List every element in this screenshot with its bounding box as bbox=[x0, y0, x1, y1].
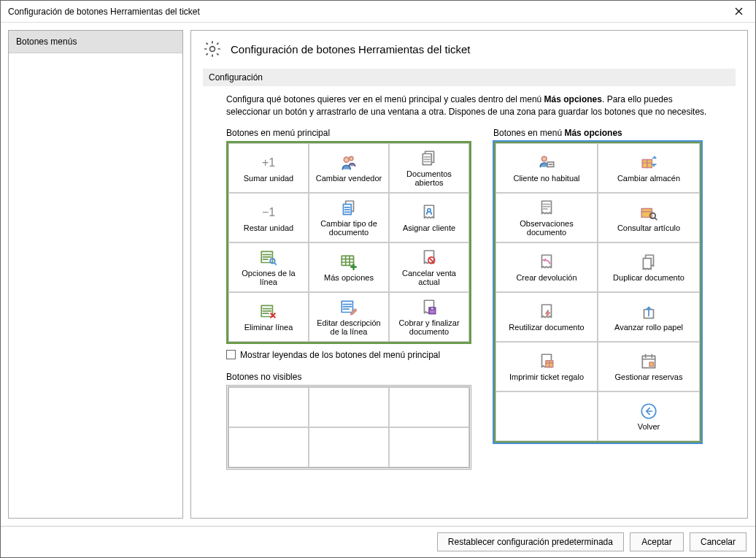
main-button-grid: +1Sumar unidadCambiar vendedorDocumentos… bbox=[226, 141, 471, 344]
show-legends-row[interactable]: Mostrar leyendas de los botones del menú… bbox=[226, 350, 471, 360]
close-icon bbox=[735, 7, 743, 15]
show-legends-label: Mostrar leyendas de los botones del menú… bbox=[240, 350, 440, 360]
paper-up-icon bbox=[639, 302, 658, 321]
tool-button-label: Avanzar rollo papel bbox=[614, 323, 683, 332]
tool-button-label: Imprimir ticket regalo bbox=[509, 372, 584, 381]
tool-button-label: Cliente no habitual bbox=[513, 174, 579, 183]
receipt-note-icon bbox=[537, 199, 556, 218]
tool-button-label: Consultar artículo bbox=[617, 223, 680, 232]
tool-button-cambiar-almacen[interactable]: Cambiar almacén bbox=[598, 143, 700, 193]
tool-button-asignar-cliente[interactable]: Asignar cliente bbox=[389, 193, 469, 242]
page-title: Configuración de botones Herramientas de… bbox=[231, 43, 471, 56]
hidden-slot[interactable] bbox=[228, 427, 309, 467]
tool-button-volver[interactable]: Volver bbox=[598, 391, 700, 441]
tool-button-label: Reutilizar documento bbox=[509, 323, 584, 332]
minus1-icon: −1 bbox=[259, 203, 278, 222]
hidden-slot[interactable] bbox=[309, 427, 389, 467]
hidden-slot[interactable] bbox=[389, 427, 469, 467]
list-edit-icon bbox=[339, 298, 358, 317]
hidden-grid-title: Botones no visibles bbox=[226, 372, 471, 382]
tool-button-label: Opciones de la línea bbox=[232, 269, 305, 286]
tool-button-label: Editar descripción de la línea bbox=[312, 318, 385, 336]
grid-plus-icon bbox=[339, 253, 358, 272]
hidden-slot[interactable] bbox=[389, 387, 469, 427]
tool-button-cambiar-vendedor[interactable]: Cambiar vendedor bbox=[309, 143, 389, 193]
tool-button-documentos-abiertos[interactable]: Documentos abiertos bbox=[389, 143, 469, 193]
svg-point-16 bbox=[542, 156, 547, 161]
hidden-slot[interactable] bbox=[309, 387, 389, 427]
dialog-footer: Restablecer configuración predeterminada… bbox=[1, 526, 755, 557]
receipt-dup-icon bbox=[639, 253, 658, 272]
accept-button[interactable]: Aceptar bbox=[630, 532, 684, 551]
tool-button-cobrar-finalizar[interactable]: Cobrar y finalizar documento bbox=[389, 292, 469, 342]
main-grid-title: Botones en menú principal bbox=[226, 128, 471, 138]
tool-button-sumar-unidad[interactable]: +1Sumar unidad bbox=[228, 143, 309, 193]
calendar-icon bbox=[639, 352, 658, 371]
reset-defaults-button[interactable]: Restablecer configuración predeterminada bbox=[437, 532, 624, 551]
tool-button-opciones-linea[interactable]: Opciones de la línea bbox=[228, 242, 309, 292]
back-icon bbox=[639, 402, 658, 421]
svg-rect-10 bbox=[342, 256, 353, 265]
more-button-grid: Cliente no habitualCambiar almacénObserv… bbox=[493, 141, 702, 443]
tool-button-label: Cambiar almacén bbox=[617, 174, 680, 183]
tool-button-label: Eliminar línea bbox=[244, 323, 293, 332]
receipt-gift-icon bbox=[537, 352, 556, 371]
svg-point-1 bbox=[344, 157, 349, 162]
receipt-bolt-icon bbox=[537, 302, 556, 321]
tool-button-observaciones-doc[interactable]: Observaciones documento bbox=[495, 193, 598, 242]
svg-rect-24 bbox=[649, 362, 653, 366]
tool-button-avanzar-rollo[interactable]: Avanzar rollo papel bbox=[598, 292, 700, 342]
tool-button-blank[interactable] bbox=[495, 391, 598, 441]
tool-button-label: Cancelar venta actual bbox=[393, 269, 466, 286]
tool-button-label: Crear devolución bbox=[516, 273, 576, 282]
tool-button-restar-unidad[interactable]: −1Restar unidad bbox=[228, 193, 309, 242]
tool-button-crear-devolucion[interactable]: Crear devolución bbox=[495, 242, 598, 292]
window-title: Configuración de botones Herramientas de… bbox=[8, 7, 722, 17]
tool-button-cambiar-tipo-doc[interactable]: Cambiar tipo de documento bbox=[309, 193, 389, 242]
tool-button-label: Gestionar reservas bbox=[615, 372, 683, 381]
list-x-icon bbox=[259, 302, 278, 321]
tool-button-reutilizar-doc[interactable]: Reutilizar documento bbox=[495, 292, 598, 342]
col-main: Botones en menú principal +1Sumar unidad… bbox=[226, 128, 471, 470]
tool-button-label: Cambiar tipo de documento bbox=[312, 219, 385, 237]
person-card-icon bbox=[537, 153, 556, 172]
tool-button-label: Volver bbox=[638, 422, 660, 431]
receipt-back-icon bbox=[537, 253, 556, 272]
gear-icon bbox=[203, 39, 222, 58]
tool-button-label: Cobrar y finalizar documento bbox=[393, 318, 466, 336]
sidebar-item-botones-menus[interactable]: Botones menús bbox=[9, 31, 182, 53]
tool-button-cliente-no-habitual[interactable]: Cliente no habitual bbox=[495, 143, 598, 193]
tool-button-label: Más opciones bbox=[324, 273, 374, 282]
tool-button-mas-opciones[interactable]: Más opciones bbox=[309, 242, 389, 292]
hidden-slot[interactable] bbox=[228, 387, 309, 427]
tool-button-label: Sumar unidad bbox=[244, 174, 294, 183]
tool-button-duplicar-doc[interactable]: Duplicar documento bbox=[598, 242, 700, 292]
tool-button-eliminar-linea[interactable]: Eliminar línea bbox=[228, 292, 309, 342]
titlebar: Configuración de botones Herramientas de… bbox=[1, 1, 755, 23]
box-lens-icon bbox=[639, 203, 658, 222]
close-button[interactable] bbox=[722, 1, 755, 22]
checkbox-icon bbox=[226, 350, 236, 359]
tool-button-label: Observaciones documento bbox=[499, 219, 594, 237]
more-grid-title: Botones en menú Más opciones bbox=[493, 128, 702, 138]
docs-icon bbox=[420, 149, 439, 168]
plus1-icon: +1 bbox=[259, 153, 278, 172]
cancel-button[interactable]: Cancelar bbox=[690, 532, 747, 551]
doc-copy-icon bbox=[339, 199, 358, 218]
tool-button-cancelar-venta[interactable]: Cancelar venta actual bbox=[389, 242, 469, 292]
receipt-save-icon bbox=[420, 298, 439, 317]
tool-button-label: Restar unidad bbox=[244, 223, 294, 232]
tool-button-gestionar-reservas[interactable]: Gestionar reservas bbox=[598, 342, 700, 391]
svg-point-0 bbox=[210, 47, 215, 52]
tool-button-imprimir-regalo[interactable]: Imprimir ticket regalo bbox=[495, 342, 598, 391]
svg-point-2 bbox=[350, 156, 353, 160]
tool-button-label: Cambiar vendedor bbox=[316, 174, 382, 183]
sidebar: Botones menús bbox=[8, 30, 183, 519]
tool-button-label: Asignar cliente bbox=[403, 223, 455, 232]
people-icon bbox=[339, 153, 358, 172]
tool-button-consultar-articulo[interactable]: Consultar artículo bbox=[598, 193, 700, 242]
tool-button-editar-desc-linea[interactable]: Editar descripción de la línea bbox=[309, 292, 389, 342]
receipt-user-icon bbox=[420, 203, 439, 222]
box-swap-icon bbox=[639, 153, 658, 172]
col-more: Botones en menú Más opciones Cliente no … bbox=[493, 128, 702, 470]
